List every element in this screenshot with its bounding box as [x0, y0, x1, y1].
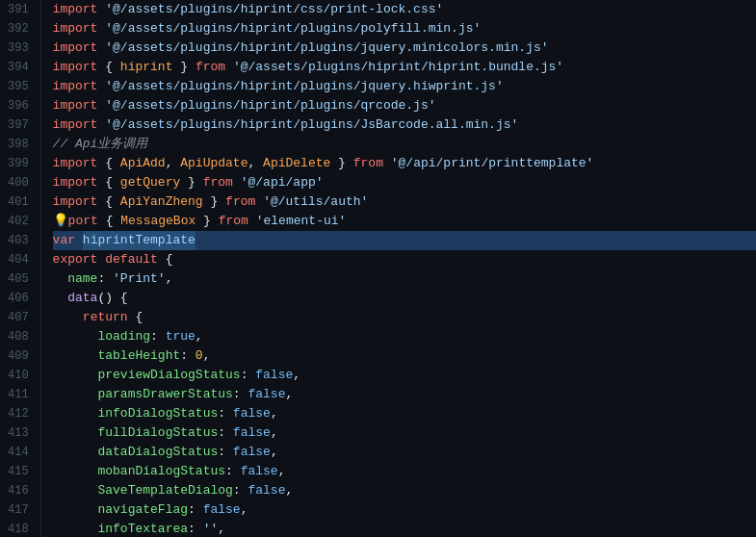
line-num-391: 391	[8, 0, 29, 19]
line-num-413: 413	[8, 423, 29, 443]
code-line-416: SaveTemplateDialog: false,	[53, 481, 756, 500]
line-num-398: 398	[8, 135, 29, 154]
token-string: '@/assets/plugins/hiprint/css/print-lock…	[105, 0, 443, 19]
code-line-395: import '@/assets/plugins/hiprint/plugins…	[53, 77, 756, 96]
code-line-392: import '@/assets/plugins/hiprint/plugins…	[53, 19, 756, 38]
code-line-410: previewDialogStatus: false,	[53, 366, 756, 385]
line-num-392: 392	[8, 19, 29, 38]
code-line-399: import { ApiAdd, ApiUpdate, ApiDelete } …	[53, 154, 756, 173]
code-content[interactable]: import '@/assets/plugins/hiprint/css/pri…	[41, 0, 756, 537]
line-num-397: 397	[8, 115, 29, 135]
line-num-399: 399	[8, 154, 29, 173]
line-num-412: 412	[8, 404, 29, 423]
line-num-401: 401	[8, 192, 29, 212]
line-num-414: 414	[8, 443, 29, 462]
code-line-408: loading: true,	[53, 327, 756, 346]
line-num-410: 410	[8, 366, 29, 385]
line-num-408: 408	[8, 327, 29, 346]
line-num-394: 394	[8, 58, 29, 77]
line-num-417: 417	[8, 500, 29, 520]
line-num-403: 403	[8, 231, 29, 250]
line-num-406: 406	[8, 289, 29, 308]
line-num-409: 409	[8, 346, 29, 366]
code-line-415: mobanDialogStatus: false,	[53, 462, 756, 481]
line-num-395: 395	[8, 77, 29, 96]
code-line-404: export default {	[53, 250, 756, 269]
code-line-418: infoTextarea: '',	[53, 520, 756, 537]
line-num-405: 405	[8, 269, 29, 289]
code-line-414: dataDialogStatus: false,	[53, 443, 756, 462]
line-num-393: 393	[8, 38, 29, 58]
code-line-403: var hiprintTemplate	[53, 231, 756, 250]
token-import: import	[53, 0, 98, 19]
line-num-418: 418	[8, 520, 29, 537]
code-line-400: import { getQuery } from '@/api/app'	[53, 173, 756, 192]
code-line-397: import '@/assets/plugins/hiprint/plugins…	[53, 115, 756, 135]
code-line-405: name: 'Print',	[53, 269, 756, 289]
line-num-396: 396	[8, 96, 29, 115]
code-line-417: navigateFlag: false,	[53, 500, 756, 520]
code-line-396: import '@/assets/plugins/hiprint/plugins…	[53, 96, 756, 115]
line-num-404: 404	[8, 250, 29, 269]
line-num-402: 402	[8, 212, 29, 231]
code-line-412: infoDialogStatus: false,	[53, 404, 756, 423]
code-line-413: fullDialogStatus: false,	[53, 423, 756, 443]
code-editor: 391 392 393 394 395 396 397 398 399 400 …	[0, 0, 756, 537]
line-num-407: 407	[8, 308, 29, 327]
code-line-402: 💡port { MessageBox } from 'element-ui'	[53, 212, 756, 231]
line-num-415: 415	[8, 462, 29, 481]
code-line-394: import { hiprint } from '@/assets/plugin…	[53, 58, 756, 77]
code-line-393: import '@/assets/plugins/hiprint/plugins…	[53, 38, 756, 58]
code-line-407: return {	[53, 308, 756, 327]
code-line-398: // Api业务调用	[53, 135, 756, 154]
code-line-406: data() {	[53, 289, 756, 308]
code-line-391: import '@/assets/plugins/hiprint/css/pri…	[53, 0, 756, 19]
code-line-411: paramsDrawerStatus: false,	[53, 385, 756, 404]
line-num-416: 416	[8, 481, 29, 500]
line-num-400: 400	[8, 173, 29, 192]
line-num-411: 411	[8, 385, 29, 404]
line-numbers: 391 392 393 394 395 396 397 398 399 400 …	[0, 0, 41, 537]
code-line-401: import { ApiYanZheng } from '@/utils/aut…	[53, 192, 756, 212]
code-line-409: tableHeight: 0,	[53, 346, 756, 366]
